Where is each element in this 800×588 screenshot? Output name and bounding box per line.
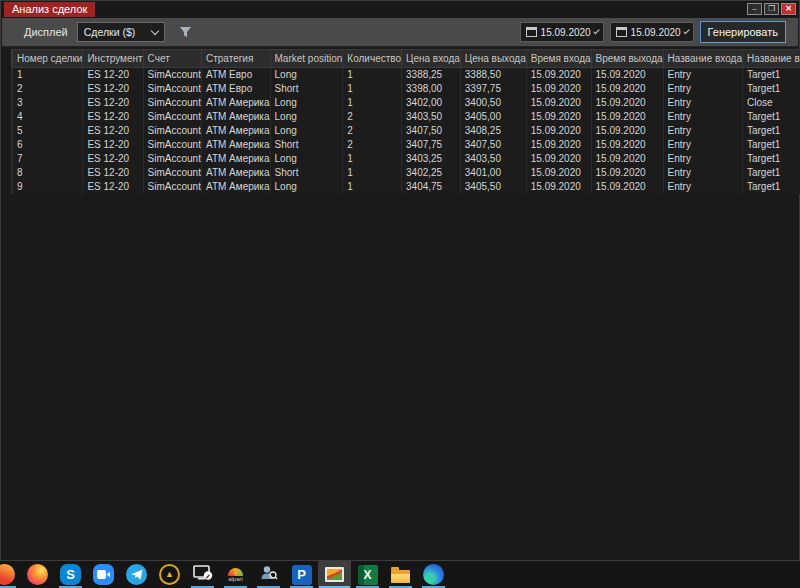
column-header[interactable]: Количество <box>343 50 402 68</box>
table-cell[interactable]: 3407,75 <box>402 138 461 152</box>
column-header[interactable]: Стратегия <box>201 50 270 68</box>
table-cell[interactable]: ATM Америка <box>201 124 270 138</box>
filter-icon[interactable] <box>179 26 192 39</box>
table-cell[interactable]: SimAccount <box>143 68 201 82</box>
column-header[interactable]: Инструмент <box>83 50 143 68</box>
taskbar-skype[interactable]: S <box>54 561 87 588</box>
table-cell[interactable]: ES 12-20 <box>83 110 143 124</box>
table-cell[interactable]: 15.09.2020 <box>591 68 663 82</box>
table-cell[interactable]: Entry <box>663 166 742 180</box>
table-cell[interactable]: ES 12-20 <box>83 96 143 110</box>
table-cell[interactable]: SimAccount <box>143 96 201 110</box>
table-cell[interactable]: Entry <box>663 124 742 138</box>
table-cell[interactable]: ATM Америка <box>201 166 270 180</box>
table-cell[interactable]: 15.09.2020 <box>526 124 591 138</box>
table-cell[interactable]: 3397,75 <box>460 82 526 96</box>
table-cell[interactable]: Long <box>270 96 343 110</box>
table-cell[interactable]: Entry <box>663 138 742 152</box>
table-cell[interactable]: Short <box>270 138 343 152</box>
table-cell[interactable]: 3398,00 <box>402 82 461 96</box>
table-cell[interactable]: Target1 <box>742 138 800 152</box>
table-cell[interactable]: 3400,50 <box>460 96 526 110</box>
close-button[interactable]: ✕ <box>781 3 796 15</box>
table-cell[interactable]: 1 <box>13 68 83 82</box>
table-cell[interactable]: 15.09.2020 <box>591 124 663 138</box>
column-header[interactable]: Время входа <box>526 50 591 68</box>
table-cell[interactable]: 5 <box>13 124 83 138</box>
table-cell[interactable]: 15.09.2020 <box>591 82 663 96</box>
table-cell[interactable]: ATM Евро <box>201 82 270 96</box>
table-cell[interactable]: Target1 <box>742 68 800 82</box>
table-row[interactable]: 2ES 12-20SimAccountATM ЕвроShort13398,00… <box>12 82 800 96</box>
table-cell[interactable]: 6 <box>13 138 83 152</box>
table-cell[interactable]: 1 <box>343 82 402 96</box>
table-cell[interactable]: 15.09.2020 <box>526 96 591 110</box>
table-cell[interactable]: ES 12-20 <box>83 124 143 138</box>
table-cell[interactable]: Entry <box>663 96 742 110</box>
taskbar-alpari[interactable]: alpari <box>219 561 252 588</box>
table-cell[interactable]: 1 <box>343 166 402 180</box>
table-row[interactable]: 5ES 12-20SimAccountATM АмерикаLong23407,… <box>12 124 800 138</box>
table-cell[interactable]: Long <box>270 152 343 166</box>
table-cell[interactable]: 1 <box>343 96 402 110</box>
table-cell[interactable]: 3402,00 <box>402 96 461 110</box>
table-cell[interactable]: SimAccount <box>143 152 201 166</box>
table-cell[interactable]: 15.09.2020 <box>591 96 663 110</box>
table-cell[interactable]: 15.09.2020 <box>591 110 663 124</box>
table-cell[interactable]: ATM Америка <box>201 110 270 124</box>
table-cell[interactable]: 4 <box>13 110 83 124</box>
column-header[interactable]: Счет <box>143 50 201 68</box>
table-cell[interactable]: Entry <box>663 152 742 166</box>
column-header[interactable]: Название выхода <box>742 50 800 68</box>
table-cell[interactable]: ES 12-20 <box>83 138 143 152</box>
table-cell[interactable]: 15.09.2020 <box>526 166 591 180</box>
table-cell[interactable]: Target1 <box>742 152 800 166</box>
table-row[interactable]: 1ES 12-20SimAccountATM ЕвроLong13388,253… <box>12 68 800 82</box>
column-header[interactable]: Market position <box>270 50 343 68</box>
table-cell[interactable]: 15.09.2020 <box>526 82 591 96</box>
table-cell[interactable]: 3403,25 <box>402 152 461 166</box>
table-cell[interactable]: 2 <box>13 82 83 96</box>
taskbar-file-explorer[interactable] <box>384 561 417 588</box>
column-header[interactable]: Название входа <box>663 50 742 68</box>
taskbar-p-letter-app[interactable]: Р <box>285 561 318 588</box>
column-header[interactable]: Цена выхода <box>460 50 526 68</box>
taskbar-excel[interactable]: X <box>351 561 384 588</box>
table-cell[interactable]: 2 <box>343 124 402 138</box>
table-cell[interactable]: ATM Америка <box>201 180 270 194</box>
table-cell[interactable]: 8 <box>13 166 83 180</box>
table-cell[interactable]: 3 <box>13 96 83 110</box>
table-cell[interactable]: 2 <box>343 138 402 152</box>
table-cell[interactable]: ATM Америка <box>201 96 270 110</box>
table-cell[interactable]: Target1 <box>742 82 800 96</box>
table-cell[interactable]: 3403,50 <box>402 110 461 124</box>
display-select[interactable]: Сделки ($) <box>77 22 165 42</box>
table-cell[interactable]: 15.09.2020 <box>591 180 663 194</box>
table-cell[interactable]: 3408,25 <box>460 124 526 138</box>
date-from-picker[interactable]: 15.09.2020 <box>520 22 604 42</box>
table-row[interactable]: 8ES 12-20SimAccountATM АмерикаShort13402… <box>12 166 800 180</box>
table-cell[interactable]: Target1 <box>742 180 800 194</box>
table-cell[interactable]: 7 <box>13 152 83 166</box>
maximize-button[interactable]: ❒ <box>764 3 779 15</box>
table-cell[interactable]: 3407,50 <box>460 138 526 152</box>
table-cell[interactable]: 15.09.2020 <box>591 152 663 166</box>
table-cell[interactable]: Target1 <box>742 110 800 124</box>
table-cell[interactable]: 15.09.2020 <box>526 110 591 124</box>
column-header[interactable]: Номер сделки <box>13 50 83 68</box>
table-cell[interactable]: 1 <box>343 68 402 82</box>
table-cell[interactable]: SimAccount <box>143 166 201 180</box>
date-to-picker[interactable]: 15.09.2020 <box>610 22 694 42</box>
table-cell[interactable]: 15.09.2020 <box>526 138 591 152</box>
taskbar-screen-sketch[interactable] <box>186 561 219 588</box>
table-cell[interactable]: Short <box>270 82 343 96</box>
table-cell[interactable]: SimAccount <box>143 110 201 124</box>
table-cell[interactable]: 3405,50 <box>460 180 526 194</box>
table-cell[interactable]: SimAccount <box>143 82 201 96</box>
table-cell[interactable]: Long <box>270 110 343 124</box>
generate-button[interactable]: Генерировать <box>700 21 786 43</box>
table-row[interactable]: 7ES 12-20SimAccountATM АмерикаLong13403,… <box>12 152 800 166</box>
table-cell[interactable]: SimAccount <box>143 124 201 138</box>
taskbar-app-partial[interactable] <box>0 561 21 588</box>
table-cell[interactable]: Long <box>270 124 343 138</box>
